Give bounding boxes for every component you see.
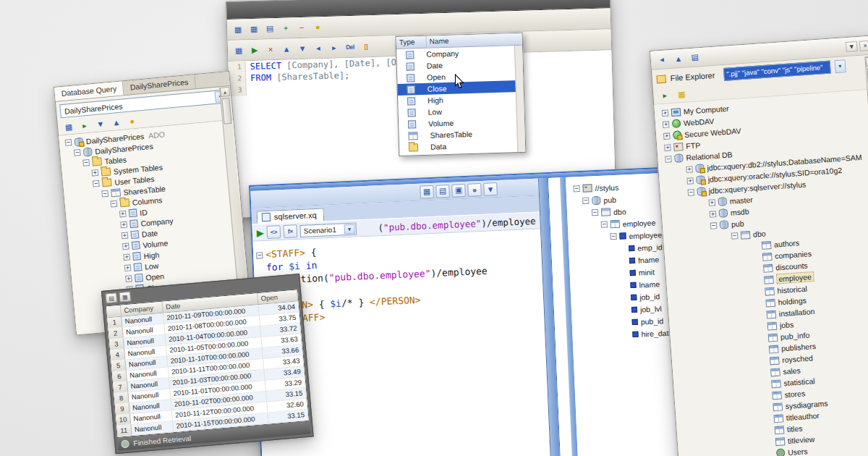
tree-expander[interactable]: + xyxy=(662,109,669,117)
tree-expander[interactable]: + xyxy=(122,232,129,240)
tab-database-query[interactable]: Database Query xyxy=(54,81,124,101)
brackets-icon[interactable]: [] xyxy=(359,39,374,54)
schema-item-label: pub xyxy=(603,195,616,204)
tree-expander[interactable]: − xyxy=(592,209,598,216)
back-icon[interactable]: ◂ xyxy=(654,52,669,67)
tree-expander[interactable]: + xyxy=(663,121,670,128)
schema-item-icon xyxy=(592,195,601,205)
delete-keyword-icon[interactable]: Del xyxy=(343,40,358,54)
schema-item-label: hire_date xyxy=(641,328,673,338)
settings-icon[interactable]: ▼ xyxy=(483,182,498,196)
export-icon[interactable]: ▤ xyxy=(105,292,117,303)
rows-view-icon[interactable]: ▤ xyxy=(263,21,278,35)
schema-item-icon xyxy=(629,257,635,263)
tree-expander[interactable]: + xyxy=(124,264,132,271)
move-up-icon[interactable]: ▲ xyxy=(279,42,294,56)
tree-item-icon xyxy=(92,157,102,166)
save-results-icon[interactable]: ▦ xyxy=(119,291,131,302)
schema-item-icon xyxy=(631,306,637,312)
scroll-up-icon[interactable]: ▲ xyxy=(865,56,868,67)
connect-icon[interactable]: ▦ xyxy=(61,119,77,135)
xml-view-icon[interactable]: <> xyxy=(266,225,281,239)
tree-expander[interactable]: + xyxy=(92,169,99,177)
tree-expander[interactable]: − xyxy=(582,198,589,204)
popup-list: Company Date Open Close xyxy=(396,46,525,153)
fold-icon[interactable]: − xyxy=(256,252,263,258)
tree-expander[interactable]: + xyxy=(686,177,694,185)
tree-expander[interactable]: + xyxy=(710,211,717,218)
scroll-up-icon[interactable]: ▲ xyxy=(220,87,230,97)
pin-icon[interactable]: ▼ xyxy=(846,41,858,51)
table-icon[interactable]: ▦ xyxy=(231,43,247,58)
tree-item-icon xyxy=(101,167,111,176)
move-down-icon[interactable]: ▼ xyxy=(295,41,310,56)
fold-gutter[interactable]: − xyxy=(253,252,265,259)
tree-item-icon xyxy=(130,230,139,239)
mapper-view-icon[interactable]: ▤ xyxy=(435,184,450,198)
tree-expander[interactable]: − xyxy=(731,232,739,240)
tree-expander[interactable]: − xyxy=(101,190,109,198)
fx-view-icon[interactable]: f× xyxy=(283,224,297,238)
run-query-icon[interactable]: ▶ xyxy=(247,43,263,57)
filter-dropdown-icon[interactable]: ▼ xyxy=(834,59,846,73)
tree-expander[interactable]: − xyxy=(93,180,100,187)
lock-icon[interactable]: ● xyxy=(310,20,326,34)
views-icon[interactable]: ▤ xyxy=(687,50,702,64)
tree-expander[interactable]: + xyxy=(664,144,671,151)
scenario-dropdown-icon[interactable]: ▼ xyxy=(344,224,355,234)
file-explorer-window: ◂ ▲ ▤ ▼ × File Explorer ".pjj" "java" "c… xyxy=(650,35,868,456)
tree-expander[interactable]: − xyxy=(665,156,672,163)
schema-icon[interactable]: ▣ xyxy=(451,183,466,197)
tree-expander[interactable]: + xyxy=(125,275,132,282)
tree-expander[interactable]: − xyxy=(601,221,608,227)
forward-icon[interactable]: ▸ xyxy=(327,41,342,55)
tree-expander[interactable]: + xyxy=(119,211,127,218)
row-number-header[interactable] xyxy=(106,305,122,318)
tree-expander[interactable]: + xyxy=(123,253,130,261)
open-grid-icon[interactable]: ▦ xyxy=(247,22,262,36)
scenario-combo[interactable]: Scenario1 ▼ xyxy=(299,222,356,237)
tree-expander[interactable]: − xyxy=(111,200,118,208)
column-type-icon xyxy=(407,85,415,93)
link-icon[interactable]: ● xyxy=(124,114,140,129)
code-token: $i xyxy=(330,298,341,310)
tree-expander[interactable]: − xyxy=(82,159,90,166)
tree-expander[interactable]: + xyxy=(122,242,129,250)
filter-icon[interactable]: ▼ xyxy=(93,117,109,132)
status-text: Finished Retrieval xyxy=(133,434,192,447)
run-scenario-icon[interactable]: ▶ xyxy=(257,228,265,237)
tab-label: sqlserver.xq xyxy=(274,211,317,221)
new-folder-icon[interactable]: ▦ xyxy=(674,87,689,101)
stop-icon[interactable]: × xyxy=(263,42,278,56)
tree-expander[interactable]: − xyxy=(610,233,616,240)
tree-expander[interactable]: − xyxy=(710,222,718,229)
new-grid-icon[interactable]: ▦ xyxy=(231,22,246,37)
fold-gutter[interactable] xyxy=(254,265,266,272)
tree-expander[interactable]: − xyxy=(65,139,72,146)
schema-item-icon xyxy=(632,331,638,337)
add-table-icon[interactable]: + xyxy=(278,21,294,35)
refresh-icon[interactable]: ▸ xyxy=(658,88,673,103)
tree-expander[interactable]: − xyxy=(573,185,579,192)
back-icon[interactable]: ◂ xyxy=(311,41,326,55)
explorer-item-label: Users xyxy=(788,447,808,456)
up-icon[interactable]: ▲ xyxy=(671,51,686,66)
refresh-icon[interactable]: ▸ xyxy=(77,118,93,133)
tree-expander[interactable]: − xyxy=(74,149,81,156)
preview-icon[interactable]: ● xyxy=(467,182,482,196)
explorer-item-label: historical xyxy=(777,284,807,295)
remove-table-icon[interactable]: − xyxy=(294,20,310,35)
explorer-item-label: pub xyxy=(731,219,744,228)
tree-expander[interactable]: + xyxy=(686,166,693,173)
tree-expander[interactable]: − xyxy=(687,189,694,196)
schema-item-label: employee xyxy=(629,230,662,240)
sort-icon[interactable]: ▲ xyxy=(109,115,124,130)
tree-expander[interactable]: + xyxy=(663,132,671,140)
close-icon[interactable]: × xyxy=(859,40,868,51)
scroll-thumb[interactable] xyxy=(221,98,231,124)
tree-expander[interactable]: + xyxy=(120,221,127,229)
tree-expander[interactable]: + xyxy=(709,199,716,206)
tab-dailyshareprices[interactable]: DailySharePrices xyxy=(123,75,196,95)
grid-view-icon[interactable]: ▦ xyxy=(420,185,434,198)
popup-type-column-header[interactable]: Type xyxy=(396,36,427,48)
